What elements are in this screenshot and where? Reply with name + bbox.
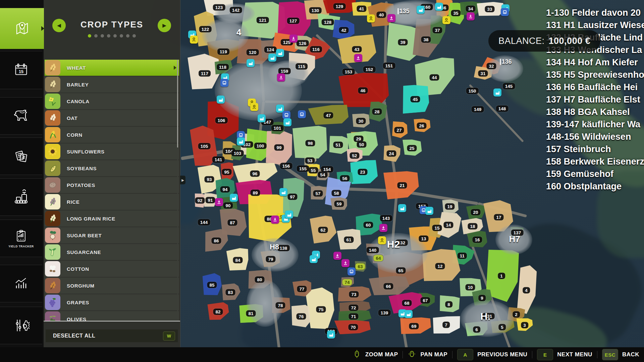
field-number-badge[interactable]: 154 (321, 166, 333, 173)
field-number-badge[interactable]: 142 (230, 7, 242, 13)
field-number-badge[interactable]: 59 (334, 201, 344, 207)
production-icon[interactable] (327, 330, 335, 339)
field-number-badge[interactable]: 18 (468, 223, 477, 230)
crop-row-wheat[interactable]: WHEAT (45, 60, 179, 76)
field-number-badge[interactable]: 91 (205, 197, 215, 203)
production-icon[interactable] (230, 194, 238, 202)
production-icon[interactable] (405, 310, 413, 318)
field-number-badge[interactable]: 66 (383, 283, 393, 290)
field-number-badge[interactable]: 42 (339, 27, 348, 34)
field-number-badge[interactable]: 99 (274, 144, 284, 151)
field-number-badge[interactable]: 105 (198, 143, 211, 149)
field-number-badge[interactable]: 127 (287, 18, 300, 24)
production-icon[interactable] (283, 118, 291, 126)
person-icon[interactable] (442, 16, 450, 24)
storage-icon[interactable] (347, 267, 356, 276)
page-dot[interactable] (88, 34, 91, 38)
field-number-badge[interactable]: 27 (394, 127, 404, 133)
sidebar-item-animals[interactable] (0, 97, 42, 135)
production-icon[interactable] (398, 204, 406, 212)
field-number-badge[interactable]: 67 (420, 297, 430, 304)
field-number-badge[interactable]: 95 (222, 169, 231, 175)
field-number-badge[interactable]: 86 (211, 238, 221, 244)
crop-row-sugar-beet[interactable]: SUGAR BEET (45, 227, 179, 243)
hint-zoom-map[interactable]: ZOOM MAP (353, 350, 398, 360)
crop-row-cotton[interactable]: COTTON (45, 261, 179, 277)
field-number-badge[interactable]: 73 (349, 291, 359, 298)
storage-icon[interactable] (220, 79, 228, 87)
sidebar-item-settings[interactable] (0, 307, 42, 344)
crop-row-potatoes[interactable]: POTATOES (45, 177, 179, 193)
field-number-badge[interactable]: 61 (344, 237, 354, 243)
production-icon[interactable] (247, 59, 255, 67)
page-dot[interactable] (132, 34, 136, 38)
sidebar-item-yield-tracker[interactable]: YIELD TRACKER (0, 220, 42, 257)
field-number-badge[interactable]: 1 (498, 273, 505, 279)
field-number-badge[interactable]: 50 (357, 141, 366, 148)
field-number-badge[interactable]: 129 (333, 3, 346, 10)
field-number-badge[interactable]: 150 (466, 88, 479, 94)
field-number-badge[interactable]: 15 (432, 225, 442, 231)
field-number-badge[interactable]: 78 (275, 302, 285, 309)
field-number-badge[interactable]: 117 (199, 70, 211, 77)
field-number-badge[interactable]: 26 (417, 123, 426, 129)
unload-point-icon[interactable] (277, 73, 285, 81)
field-number-badge[interactable]: 70 (348, 324, 358, 330)
deselect-all-button[interactable]: DESELECT ALL W (46, 329, 178, 342)
field-number-badge[interactable]: 52 (350, 153, 359, 159)
unload-point-icon[interactable] (289, 35, 298, 43)
field-number-badge[interactable]: 139 (378, 310, 391, 316)
field-number-badge[interactable]: 140 (367, 247, 379, 253)
field-number-badge[interactable]: 13 (419, 236, 428, 242)
field-number-badge[interactable]: 53 (305, 158, 315, 164)
field-number-badge[interactable]: 34 (466, 6, 475, 12)
field-number-badge[interactable]: 149 (472, 106, 484, 113)
crop-row-sunflowers[interactable]: SUNFLOWERS (45, 143, 179, 160)
production-icon[interactable] (276, 49, 284, 57)
field-number-badge[interactable]: 24 (386, 150, 396, 157)
field-number-badge[interactable]: 69 (409, 323, 419, 329)
crop-row-barley[interactable]: BARLEY (45, 76, 179, 93)
field-number-badge[interactable]: 92 (195, 197, 205, 204)
production-icon[interactable] (417, 6, 425, 14)
production-icon[interactable] (237, 137, 245, 145)
field-number-badge[interactable]: 39 (398, 39, 408, 46)
production-icon[interactable] (425, 207, 433, 215)
field-number-badge[interactable]: 45 (410, 96, 420, 103)
field-number-badge[interactable]: 141 (212, 157, 225, 163)
field-number-badge[interactable]: 9 (478, 295, 486, 301)
production-icon[interactable] (493, 88, 501, 97)
field-number-badge[interactable]: 38 (421, 37, 431, 43)
field-number-badge[interactable]: 80 (255, 277, 264, 283)
field-number-badge[interactable]: 122 (199, 26, 212, 33)
production-icon[interactable] (279, 188, 287, 196)
hint-back[interactable]: ESCBACK (602, 349, 639, 360)
field-number-badge[interactable]: 116 (310, 46, 322, 53)
person-icon[interactable] (190, 36, 198, 44)
crop-list-scrollbar-thumb[interactable] (177, 60, 178, 147)
field-number-badge[interactable]: 94 (220, 186, 230, 193)
field-number-badge[interactable]: 44 (429, 74, 439, 81)
field-number-badge[interactable]: 96 (250, 171, 260, 177)
field-number-badge[interactable]: 89 (250, 190, 260, 196)
crop-row-olives[interactable]: OLIVES (45, 311, 179, 321)
sidebar-item-statistics[interactable] (0, 265, 42, 302)
field-number-badge[interactable]: 148 (496, 106, 508, 112)
field-number-badge[interactable]: 72 (348, 305, 358, 311)
field-number-badge[interactable]: 97 (287, 194, 297, 200)
field-number-badge[interactable]: 123 (213, 4, 225, 11)
field-number-badge[interactable]: 79 (266, 256, 275, 262)
field-number-badge[interactable]: 37 (432, 27, 442, 34)
unload-point-icon[interactable] (467, 12, 475, 20)
production-icon[interactable] (268, 54, 276, 62)
sidebar-item-production[interactable] (0, 178, 42, 216)
field-number-badge[interactable]: 60 (363, 222, 373, 228)
field-number-badge[interactable]: 64 (373, 255, 383, 261)
storage-icon[interactable] (501, 8, 509, 16)
field-number-badge[interactable]: 130 (309, 7, 322, 14)
crop-row-canola[interactable]: CANOLA (45, 93, 179, 109)
field-number-badge[interactable]: 101 (271, 125, 284, 131)
field-number-badge[interactable]: 77 (297, 286, 307, 292)
hint-previous-menu[interactable]: APREVIOUS MENU (457, 349, 527, 360)
field-number-badge[interactable]: 106 (215, 117, 228, 124)
